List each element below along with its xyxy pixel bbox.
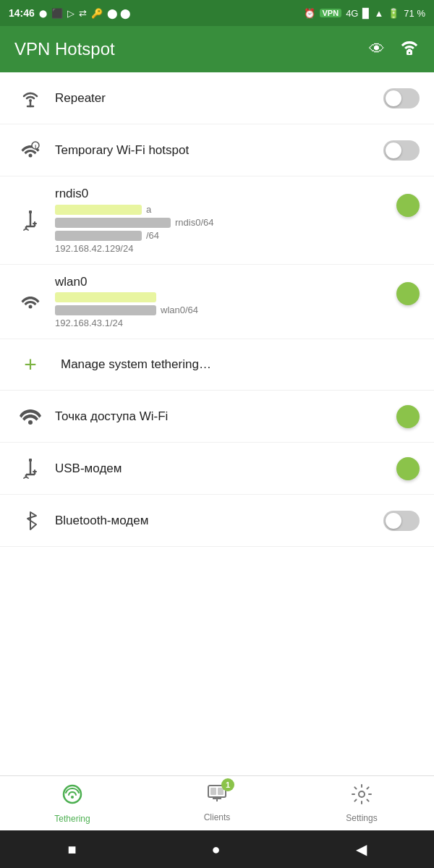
wifi-status-icon: ▲ — [374, 8, 383, 19]
home-button[interactable]: ● — [212, 841, 221, 858]
rndis0-addr2-suffix: rndis0/64 — [175, 217, 213, 228]
svg-point-2 — [409, 52, 410, 54]
nav-settings[interactable]: Settings — [289, 776, 434, 830]
usb-modem-toggle[interactable] — [396, 457, 420, 480]
rndis0-ipv4: 192.168.42.129/24 — [55, 243, 396, 254]
temp-wifi-content: Temporary Wi-Fi hotspot — [46, 136, 383, 165]
nav-tethering[interactable]: Tethering — [0, 776, 145, 830]
wifi-hotspot-item[interactable]: Точка доступа Wi-Fi — [0, 391, 434, 443]
wifi-lock-icon[interactable] — [399, 37, 420, 61]
plus-icon: + — [14, 352, 46, 377]
svg-rect-16 — [29, 210, 32, 213]
circle-icon: ⬤ — [39, 9, 47, 17]
bluetooth-modem-label: Bluetooth-модем — [55, 514, 375, 528]
usb-modem-item[interactable]: USB-модем — [0, 443, 434, 495]
rndis0-content: rndis0 a rndis0/64 /64 192.168.42.129/24 — [14, 187, 396, 254]
content-area: Repeater i Temporary Wi-Fi hotspot — [0, 72, 434, 547]
svg-text:i: i — [35, 143, 36, 150]
manage-tethering-item[interactable]: + Manage system tethering… — [0, 339, 434, 391]
bottom-nav: Tethering 1 Clients — [0, 775, 434, 830]
wifi-hotspot-content: Точка доступа Wi-Fi — [46, 402, 396, 431]
time-display: 14:46 — [9, 7, 35, 19]
status-bar: 14:46 ⬤ ⬛ ▷ ⇄ 🔑 ⬤ ⬤ ⏰ VPN 4G ▉ ▲ 🔋 71 % — [0, 0, 434, 26]
clients-nav-label: Clients — [204, 812, 231, 822]
nav-clients[interactable]: 1 Clients — [145, 776, 289, 830]
svg-rect-1 — [408, 49, 411, 51]
wlan0-ipv4: 192.168.43.1/24 — [55, 318, 396, 328]
camera-icon: ⬛ — [51, 8, 63, 19]
visibility-icon[interactable]: 👁 — [369, 40, 385, 59]
status-right: ⏰ VPN 4G ▉ ▲ 🔋 71 % — [304, 8, 425, 19]
bluetooth-icon — [14, 510, 46, 532]
settings-nav-icon — [351, 783, 373, 810]
cellular-icon: 4G — [346, 8, 358, 19]
svg-point-28 — [71, 796, 74, 799]
signal-bars-icon: ▉ — [362, 8, 370, 19]
wlan0-toggle[interactable] — [396, 282, 420, 305]
clients-badge: 1 — [221, 778, 234, 791]
app-title: VPN Hotspot — [14, 39, 115, 59]
svg-point-18 — [28, 420, 33, 425]
rndis0-addr1-suffix: a — [146, 204, 151, 215]
nav-tethering-wrap: Tethering — [0, 776, 145, 830]
manage-tethering-label: Manage system tethering… — [61, 357, 211, 372]
recent-apps-button[interactable]: ■ — [67, 841, 76, 858]
sys-nav-bar: ■ ● ◀ — [0, 830, 434, 868]
wlan0-addr2-suffix: wlan0/64 — [161, 305, 198, 315]
temp-wifi-label: Temporary Wi-Fi hotspot — [55, 143, 375, 158]
dots-icon: ⬤ ⬤ — [107, 8, 132, 19]
settings-nav-label: Settings — [346, 813, 377, 823]
bluetooth-modem-item[interactable]: Bluetooth-модем — [0, 495, 434, 547]
bluetooth-modem-content: Bluetooth-модем — [46, 506, 383, 535]
tethering-nav-label: Tethering — [54, 814, 90, 824]
svg-rect-13 — [24, 229, 28, 231]
usb-modem-icon — [14, 459, 46, 479]
wlan0-addr2-redacted — [55, 305, 156, 315]
key-icon: 🔑 — [91, 8, 103, 19]
svg-point-6 — [29, 153, 33, 157]
repeater-toggle[interactable] — [383, 88, 420, 109]
wifi-hotspot-icon — [14, 408, 46, 425]
nav-clients-wrap: 1 Clients — [145, 776, 289, 830]
battery-icon: 🔋 — [388, 8, 399, 19]
rndis0-item[interactable]: rndis0 a rndis0/64 /64 192.168.42.129/24 — [0, 176, 434, 265]
nav-settings-wrap: Settings — [289, 776, 434, 830]
wifi-hotspot-label: Точка доступа Wi-Fi — [55, 409, 388, 424]
rndis0-addr3-suffix: /64 — [146, 230, 159, 241]
svg-rect-23 — [24, 477, 28, 479]
alarm-icon: ⏰ — [304, 8, 315, 19]
tethering-nav-icon — [61, 783, 84, 811]
repeater-icon — [14, 88, 46, 109]
wifi-hotspot-toggle[interactable] — [396, 405, 420, 428]
temp-wifi-item[interactable]: i Temporary Wi-Fi hotspot — [0, 124, 434, 176]
usb-icon-rndis — [14, 210, 46, 231]
rndis0-toggle[interactable] — [396, 194, 420, 217]
battery-percent: 71 % — [404, 8, 425, 19]
bluetooth-modem-toggle[interactable] — [383, 511, 420, 531]
back-button[interactable]: ◀ — [356, 841, 367, 858]
vpn-badge: VPN — [320, 9, 342, 17]
svg-rect-26 — [29, 459, 32, 461]
temp-wifi-icon: i — [14, 141, 46, 160]
svg-point-34 — [359, 791, 365, 797]
repeater-content: Repeater — [46, 84, 383, 113]
wlan0-addr1-redacted — [55, 292, 156, 302]
rndis0-addr3-redacted — [55, 231, 142, 241]
svg-rect-32 — [210, 788, 216, 795]
clients-nav-icon: 1 — [205, 784, 229, 809]
svg-point-17 — [29, 305, 33, 309]
app-bar: VPN Hotspot 👁 — [0, 26, 434, 72]
wlan0-content: wlan0 wlan0/64 192.168.43.1/24 — [14, 275, 396, 328]
rndis0-addr2-redacted — [55, 218, 171, 228]
wlan0-name: wlan0 — [55, 275, 396, 289]
nav-arrow-icon: ▷ — [67, 8, 75, 19]
wlan0-item[interactable]: wlan0 wlan0/64 192.168.43.1/24 — [0, 265, 434, 339]
wifi-icon-wlan0 — [14, 293, 46, 310]
app-bar-actions: 👁 — [369, 37, 420, 61]
usb-modem-label: USB-модем — [55, 461, 388, 476]
usb-modem-content: USB-модем — [46, 454, 396, 483]
rndis0-name: rndis0 — [55, 187, 396, 201]
temp-wifi-toggle[interactable] — [383, 140, 420, 161]
repeater-label: Repeater — [55, 91, 375, 106]
repeater-item[interactable]: Repeater — [0, 72, 434, 124]
